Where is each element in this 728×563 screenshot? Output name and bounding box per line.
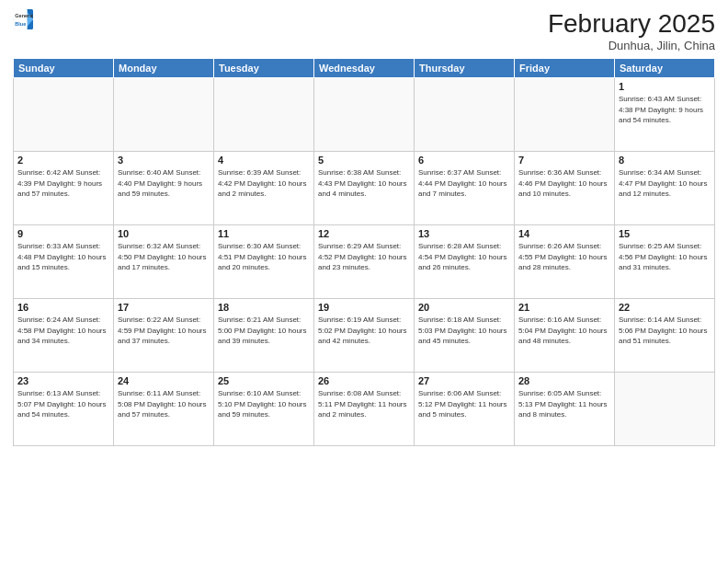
day-number: 1	[619, 81, 711, 92]
weekday-header-saturday: Saturday	[615, 59, 715, 78]
day-info: Sunrise: 6:21 AM Sunset: 5:00 PM Dayligh…	[218, 315, 310, 347]
svg-text:Blue: Blue	[15, 21, 26, 27]
svg-text:General: General	[15, 13, 33, 18]
title-block: February 2025 Dunhua, Jilin, China	[548, 9, 715, 52]
day-cell: 19Sunrise: 6:19 AM Sunset: 5:02 PM Dayli…	[314, 299, 415, 373]
day-info: Sunrise: 6:30 AM Sunset: 4:51 PM Dayligh…	[218, 241, 310, 273]
weekday-header-sunday: Sunday	[14, 59, 114, 78]
calendar-table: SundayMondayTuesdayWednesdayThursdayFrid…	[13, 58, 715, 446]
day-cell: 2Sunrise: 6:42 AM Sunset: 4:39 PM Daylig…	[14, 152, 114, 225]
day-cell: 17Sunrise: 6:22 AM Sunset: 4:59 PM Dayli…	[114, 299, 214, 373]
week-row-5: 23Sunrise: 6:13 AM Sunset: 5:07 PM Dayli…	[14, 373, 715, 446]
day-info: Sunrise: 6:05 AM Sunset: 5:13 PM Dayligh…	[518, 388, 610, 420]
day-number: 28	[518, 375, 610, 386]
week-row-3: 9Sunrise: 6:33 AM Sunset: 4:48 PM Daylig…	[14, 225, 715, 299]
day-number: 10	[118, 228, 210, 239]
month-title: February 2025	[548, 9, 715, 39]
day-cell: 18Sunrise: 6:21 AM Sunset: 5:00 PM Dayli…	[214, 299, 314, 373]
day-number: 2	[17, 155, 109, 166]
day-info: Sunrise: 6:40 AM Sunset: 4:40 PM Dayligh…	[118, 167, 210, 200]
day-cell: 21Sunrise: 6:16 AM Sunset: 5:04 PM Dayli…	[515, 299, 615, 373]
day-info: Sunrise: 6:13 AM Sunset: 5:07 PM Dayligh…	[17, 388, 109, 420]
weekday-header-wednesday: Wednesday	[314, 59, 415, 78]
day-cell: 13Sunrise: 6:28 AM Sunset: 4:54 PM Dayli…	[415, 225, 515, 299]
week-row-2: 2Sunrise: 6:42 AM Sunset: 4:39 PM Daylig…	[14, 152, 715, 225]
week-row-1: 1Sunrise: 6:43 AM Sunset: 4:38 PM Daylig…	[14, 78, 715, 152]
weekday-header-monday: Monday	[114, 59, 214, 78]
day-cell: 6Sunrise: 6:37 AM Sunset: 4:44 PM Daylig…	[415, 152, 515, 225]
day-cell: 7Sunrise: 6:36 AM Sunset: 4:46 PM Daylig…	[515, 152, 615, 225]
calendar-container: General Blue February 2025 Dunhua, Jilin…	[0, 0, 728, 563]
day-info: Sunrise: 6:38 AM Sunset: 4:43 PM Dayligh…	[318, 167, 410, 200]
day-info: Sunrise: 6:32 AM Sunset: 4:50 PM Dayligh…	[118, 241, 210, 273]
day-cell: 4Sunrise: 6:39 AM Sunset: 4:42 PM Daylig…	[214, 152, 314, 225]
day-cell	[214, 78, 314, 152]
logo-icon: General Blue	[13, 9, 33, 29]
day-number: 18	[218, 302, 310, 313]
day-number: 16	[17, 302, 109, 313]
day-cell: 9Sunrise: 6:33 AM Sunset: 4:48 PM Daylig…	[14, 225, 114, 299]
location: Dunhua, Jilin, China	[548, 39, 715, 52]
day-info: Sunrise: 6:28 AM Sunset: 4:54 PM Dayligh…	[418, 241, 510, 273]
day-number: 5	[318, 155, 410, 166]
day-info: Sunrise: 6:33 AM Sunset: 4:48 PM Dayligh…	[17, 241, 109, 273]
weekday-header-thursday: Thursday	[415, 59, 515, 78]
day-cell	[615, 373, 715, 446]
day-number: 3	[118, 155, 210, 166]
day-number: 21	[518, 302, 610, 313]
weekday-header-friday: Friday	[515, 59, 615, 78]
day-number: 8	[619, 155, 711, 166]
day-info: Sunrise: 6:36 AM Sunset: 4:46 PM Dayligh…	[518, 167, 610, 200]
day-info: Sunrise: 6:29 AM Sunset: 4:52 PM Dayligh…	[318, 241, 410, 273]
week-row-4: 16Sunrise: 6:24 AM Sunset: 4:58 PM Dayli…	[14, 299, 715, 373]
day-cell: 14Sunrise: 6:26 AM Sunset: 4:55 PM Dayli…	[515, 225, 615, 299]
day-info: Sunrise: 6:14 AM Sunset: 5:06 PM Dayligh…	[619, 315, 711, 347]
day-info: Sunrise: 6:19 AM Sunset: 5:02 PM Dayligh…	[318, 315, 410, 347]
day-number: 20	[418, 302, 510, 313]
day-cell	[14, 78, 114, 152]
day-cell: 11Sunrise: 6:30 AM Sunset: 4:51 PM Dayli…	[214, 225, 314, 299]
day-cell: 16Sunrise: 6:24 AM Sunset: 4:58 PM Dayli…	[14, 299, 114, 373]
day-cell: 25Sunrise: 6:10 AM Sunset: 5:10 PM Dayli…	[214, 373, 314, 446]
day-number: 22	[619, 302, 711, 313]
day-info: Sunrise: 6:16 AM Sunset: 5:04 PM Dayligh…	[518, 315, 610, 347]
day-number: 24	[118, 375, 210, 386]
day-number: 17	[118, 302, 210, 313]
day-number: 9	[17, 228, 109, 239]
day-cell: 10Sunrise: 6:32 AM Sunset: 4:50 PM Dayli…	[114, 225, 214, 299]
day-info: Sunrise: 6:34 AM Sunset: 4:47 PM Dayligh…	[619, 167, 711, 200]
day-number: 7	[518, 155, 610, 166]
day-cell: 28Sunrise: 6:05 AM Sunset: 5:13 PM Dayli…	[515, 373, 615, 446]
day-cell: 15Sunrise: 6:25 AM Sunset: 4:56 PM Dayli…	[615, 225, 715, 299]
day-number: 19	[318, 302, 410, 313]
day-number: 15	[619, 228, 711, 239]
day-number: 27	[418, 375, 510, 386]
weekday-header-row: SundayMondayTuesdayWednesdayThursdayFrid…	[14, 59, 715, 78]
day-cell: 1Sunrise: 6:43 AM Sunset: 4:38 PM Daylig…	[615, 78, 715, 152]
day-cell: 26Sunrise: 6:08 AM Sunset: 5:11 PM Dayli…	[314, 373, 415, 446]
header: General Blue February 2025 Dunhua, Jilin…	[13, 9, 715, 52]
day-info: Sunrise: 6:26 AM Sunset: 4:55 PM Dayligh…	[518, 241, 610, 273]
weekday-header-tuesday: Tuesday	[214, 59, 314, 78]
day-number: 26	[318, 375, 410, 386]
day-number: 12	[318, 228, 410, 239]
day-info: Sunrise: 6:11 AM Sunset: 5:08 PM Dayligh…	[118, 388, 210, 420]
day-info: Sunrise: 6:08 AM Sunset: 5:11 PM Dayligh…	[318, 388, 410, 420]
day-cell: 5Sunrise: 6:38 AM Sunset: 4:43 PM Daylig…	[314, 152, 415, 225]
day-number: 13	[418, 228, 510, 239]
day-cell	[415, 78, 515, 152]
day-info: Sunrise: 6:10 AM Sunset: 5:10 PM Dayligh…	[218, 388, 310, 420]
day-number: 11	[218, 228, 310, 239]
day-info: Sunrise: 6:18 AM Sunset: 5:03 PM Dayligh…	[418, 315, 510, 347]
day-cell	[114, 78, 214, 152]
day-cell: 12Sunrise: 6:29 AM Sunset: 4:52 PM Dayli…	[314, 225, 415, 299]
day-number: 14	[518, 228, 610, 239]
day-info: Sunrise: 6:25 AM Sunset: 4:56 PM Dayligh…	[619, 241, 711, 273]
day-cell: 8Sunrise: 6:34 AM Sunset: 4:47 PM Daylig…	[615, 152, 715, 225]
day-info: Sunrise: 6:42 AM Sunset: 4:39 PM Dayligh…	[17, 167, 109, 200]
day-cell: 24Sunrise: 6:11 AM Sunset: 5:08 PM Dayli…	[114, 373, 214, 446]
day-cell: 27Sunrise: 6:06 AM Sunset: 5:12 PM Dayli…	[415, 373, 515, 446]
day-info: Sunrise: 6:43 AM Sunset: 4:38 PM Dayligh…	[619, 94, 711, 126]
day-number: 6	[418, 155, 510, 166]
day-cell: 20Sunrise: 6:18 AM Sunset: 5:03 PM Dayli…	[415, 299, 515, 373]
